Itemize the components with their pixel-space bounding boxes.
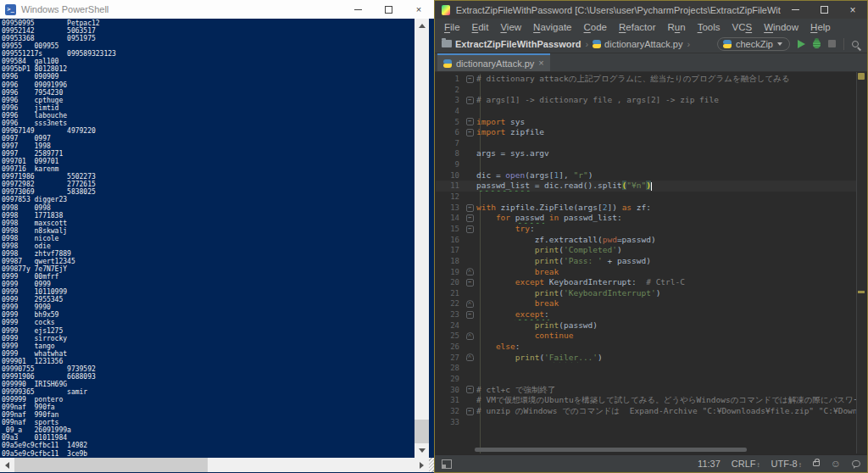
fold-icon[interactable]: − (463, 97, 476, 104)
editor-line[interactable]: 24 print(passwd) (436, 320, 856, 331)
code-text[interactable]: print('Completed') (476, 245, 856, 256)
code-text[interactable]: # unzip のWindows でのコマンドは Expand-Archive … (476, 406, 856, 417)
line-number[interactable]: 27 (436, 353, 463, 364)
line-number[interactable]: 15 (436, 224, 463, 235)
horizontal-scroll-thumb[interactable] (14, 458, 208, 472)
code-text[interactable]: continue (476, 331, 856, 342)
editor-line[interactable]: 17 print('Completed') (436, 245, 856, 256)
fold-collapse-icon[interactable]: − (466, 408, 474, 415)
editor-line[interactable]: 8args = sys.argv (436, 148, 856, 159)
tool-window-toggle-icon[interactable] (442, 459, 452, 469)
fold-collapse-icon[interactable]: − (466, 129, 474, 136)
scroll-up-button[interactable] (415, 19, 429, 33)
menu-vcs[interactable]: VCS (726, 22, 758, 32)
line-number[interactable]: 18 (436, 256, 463, 267)
fold-collapse-icon[interactable]: − (466, 311, 474, 319)
editor-line[interactable]: 21 print('KeyboardInterrupt') (436, 288, 856, 299)
fold-region-end-icon[interactable]: ˄ (466, 300, 474, 308)
editor-line[interactable]: 33 (436, 417, 856, 428)
fold-region-end-icon[interactable]: ˄ (466, 353, 474, 361)
fold-collapse-icon[interactable]: − (466, 386, 474, 393)
editor-line[interactable]: 28 (436, 363, 856, 374)
code-text[interactable]: break (476, 298, 856, 309)
stop-button[interactable] (828, 40, 836, 47)
editor-scrollbar-stripe[interactable] (856, 72, 866, 454)
fold-collapse-icon[interactable]: − (466, 97, 474, 104)
editor-line[interactable]: 1−# dictionary attackの上記プログラムに、総当たりのプログラ… (436, 74, 856, 85)
line-number[interactable]: 23 (436, 309, 463, 320)
code-text[interactable]: passwd_list = dic.read().split("¥n") (476, 181, 856, 192)
run-button[interactable] (798, 40, 805, 48)
line-number[interactable]: 2 (436, 85, 463, 96)
code-text[interactable]: dic = open(args[1], "r") (476, 170, 856, 181)
fold-icon[interactable]: − (463, 204, 476, 212)
fold-icon[interactable]: − (463, 214, 476, 222)
line-number[interactable]: 9 (436, 159, 463, 170)
vertical-scrollbar[interactable] (415, 19, 429, 458)
scroll-right-button[interactable] (415, 458, 429, 472)
maximize-button[interactable] (810, 1, 838, 19)
close-button[interactable]: × (403, 0, 434, 19)
editor-line[interactable]: 25˄ continue (436, 331, 856, 342)
fold-collapse-icon[interactable]: − (466, 279, 474, 287)
breadcrumb-project[interactable]: ExtractZipFileWithPassword (442, 39, 581, 49)
line-number[interactable]: 12 (436, 192, 463, 203)
fold-icon[interactable]: ˄ (463, 268, 476, 275)
line-number[interactable]: 10 (436, 170, 463, 181)
powershell-titlebar[interactable]: >_ Windows PowerShell × (0, 0, 434, 19)
code-text[interactable]: for passwd in passwd_list: (476, 213, 856, 224)
code-text[interactable]: print(passwd) (476, 320, 856, 331)
hector-inspector-icon[interactable]: ☺ (831, 459, 841, 469)
editor-line[interactable]: 10dic = open(args[1], "r") (436, 170, 856, 181)
line-number[interactable]: 20 (436, 277, 463, 288)
tab-close-icon[interactable]: × (538, 58, 543, 68)
code-text[interactable]: else: (476, 342, 856, 353)
line-separator-widget[interactable]: CRLF↕ (732, 459, 760, 469)
line-number[interactable]: 3 (436, 95, 463, 106)
code-text[interactable]: print('KeyboardInterrupt') (476, 288, 856, 299)
editor-line[interactable]: 32−# unzip のWindows でのコマンドは Expand-Archi… (436, 406, 856, 417)
fold-collapse-icon[interactable]: − (466, 118, 474, 125)
line-number[interactable]: 26 (436, 342, 463, 353)
fold-icon[interactable]: − (463, 75, 476, 83)
menu-help[interactable]: Help (804, 22, 837, 32)
minimize-button[interactable] (342, 0, 373, 19)
event-log-bubble-icon[interactable] (852, 460, 860, 467)
fold-collapse-icon[interactable]: − (466, 214, 474, 222)
inspection-status-icon[interactable] (858, 73, 865, 80)
code-text[interactable]: import sys (476, 117, 856, 128)
line-number[interactable]: 19 (436, 267, 463, 278)
search-everywhere-button[interactable] (852, 41, 859, 47)
editor-line[interactable]: 31# VMで仮想環境のUbuntuを構築して試してみる。どうやらWindows… (436, 395, 856, 406)
fold-icon[interactable]: − (463, 311, 476, 319)
lock-icon[interactable] (813, 461, 820, 466)
code-text[interactable]: print('Failer...') (476, 353, 856, 364)
editor-horizontal-scroll-thumb[interactable] (475, 448, 747, 452)
editor-line[interactable]: 13−with zipfile.ZipFile(args[2]) as zf: (436, 203, 856, 214)
fold-icon[interactable]: − (463, 118, 476, 125)
vertical-scroll-thumb[interactable] (415, 420, 429, 443)
code-text[interactable]: try: (476, 224, 856, 235)
caret-position[interactable]: 11:37 (698, 459, 721, 469)
fold-region-end-icon[interactable]: ˄ (466, 332, 474, 340)
editor-line[interactable]: 7 (436, 138, 856, 149)
code-text[interactable]: # args[1] -> dictionary file , args[2] -… (476, 95, 856, 106)
code-text[interactable]: print('Pass: ' + passwd) (476, 256, 856, 267)
editor-line[interactable]: 4 (436, 106, 856, 117)
line-number[interactable]: 17 (436, 245, 463, 256)
scroll-down-button[interactable] (415, 443, 429, 458)
editor-line[interactable]: 22˄ break (436, 298, 856, 309)
pycharm-titlebar[interactable]: ExtractZipFileWithPassword [C:\Users\use… (435, 1, 867, 19)
fold-collapse-icon[interactable]: − (466, 225, 474, 233)
line-number[interactable]: 11 (436, 181, 463, 192)
editor-line[interactable]: 6−import zipfile (436, 127, 856, 138)
editor-line[interactable]: 2 (436, 85, 856, 96)
breadcrumb-file[interactable]: dictionaryAttack.py (593, 39, 682, 49)
fold-icon[interactable]: − (463, 408, 476, 415)
editor-line[interactable]: 20− except KeyboardInterrupt: # Ctrl-C (436, 277, 856, 288)
line-number[interactable]: 14 (436, 213, 463, 224)
tab-dictionaryattack[interactable]: dictionaryAttack.py × (437, 53, 550, 71)
line-number[interactable]: 30 (436, 385, 463, 396)
fold-icon[interactable]: − (463, 225, 476, 233)
minimize-button[interactable] (781, 1, 810, 19)
